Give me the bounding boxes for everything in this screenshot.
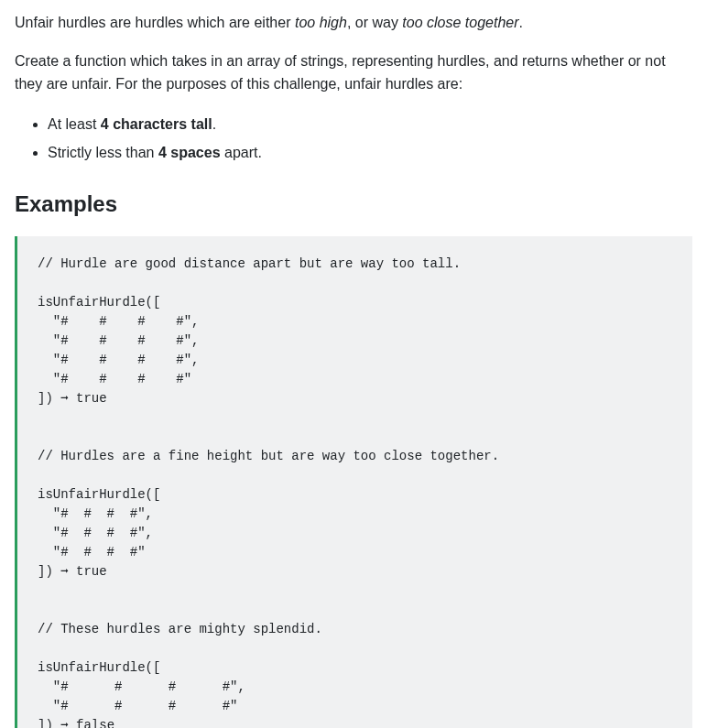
intro-mid: , or way	[347, 15, 402, 30]
rule2-post: apart.	[221, 145, 262, 160]
rules-list: At least 4 characters tall. Strictly les…	[15, 113, 692, 165]
intro-prefix: Unfair hurdles are hurdles which are eit…	[15, 15, 295, 30]
rule1-bold: 4 characters tall	[101, 116, 212, 132]
intro-em1: too high	[295, 15, 347, 30]
intro-em2: too close together	[402, 15, 518, 30]
list-item: At least 4 characters tall.	[48, 113, 692, 136]
rule1-pre: At least	[48, 116, 101, 132]
description-paragraph: Create a function which takes in an arra…	[15, 49, 692, 96]
intro-paragraph: Unfair hurdles are hurdles which are eit…	[15, 11, 692, 35]
examples-heading: Examples	[15, 187, 692, 222]
intro-suffix: .	[519, 15, 523, 30]
rule2-bold: 4 spaces	[158, 145, 221, 160]
code-example-block: // Hurdle are good distance apart but ar…	[15, 236, 692, 728]
rule1-post: .	[212, 116, 216, 132]
rule2-pre: Strictly less than	[48, 145, 158, 160]
list-item: Strictly less than 4 spaces apart.	[48, 141, 692, 165]
